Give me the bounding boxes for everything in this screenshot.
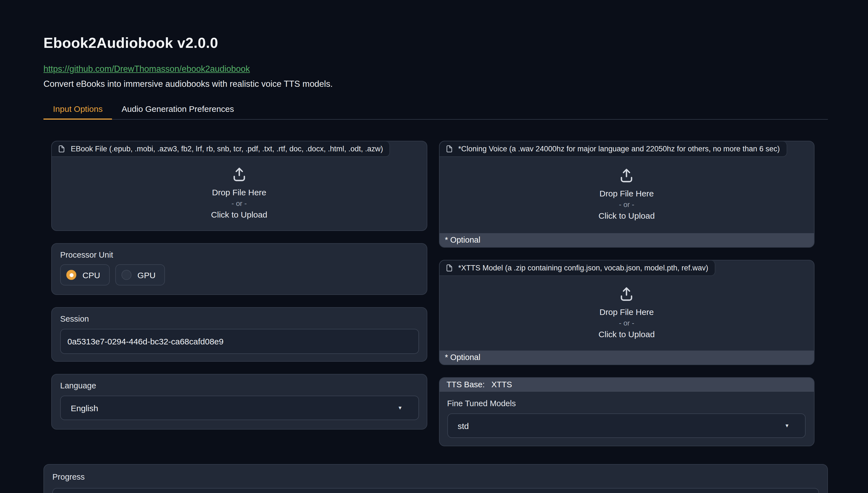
upload-icon xyxy=(619,286,635,302)
processor-radio-group: CPU GPU xyxy=(60,264,419,285)
app-description: Convert eBooks into immersive audiobooks… xyxy=(43,79,828,89)
file-icon xyxy=(445,264,453,272)
tab-audio-generation-preferences[interactable]: Audio Generation Preferences xyxy=(112,101,243,119)
or-text: - or - xyxy=(619,319,634,327)
right-column: *Cloning Voice (a .wav 24000hz for major… xyxy=(439,141,814,446)
ebook-upload-label: EBook File (.epub, .mobi, .azw3, fb2, lr… xyxy=(52,141,390,157)
github-link[interactable]: https://github.com/DrewThomasson/ebook2a… xyxy=(43,64,250,73)
tts-base-label: TTS Base: xyxy=(446,380,485,389)
xtts-model-dropzone[interactable]: Drop File Here - or - Click to Upload xyxy=(439,276,814,350)
optional-footer: * Optional xyxy=(439,350,814,364)
cloning-voice-dropzone[interactable]: Drop File Here - or - Click to Upload xyxy=(439,157,814,233)
ebook-upload-dropzone[interactable]: Drop File Here - or - Click to Upload xyxy=(52,157,426,230)
tts-base-card: TTS Base: XTTS Fine Tuned Models std ▼ xyxy=(439,377,814,446)
progress-label: Progress xyxy=(53,472,819,481)
radio-selected-icon xyxy=(66,270,76,280)
radio-unselected-icon xyxy=(121,270,131,280)
radio-gpu[interactable]: GPU xyxy=(115,264,165,285)
optional-footer: * Optional xyxy=(439,233,814,247)
ebook-upload-card: EBook File (.epub, .mobi, .azw3, fb2, lr… xyxy=(51,141,427,231)
or-text: - or - xyxy=(231,199,247,207)
fine-tuned-models-dropdown[interactable]: std ▼ xyxy=(447,413,806,438)
click-to-upload-text: Click to Upload xyxy=(211,210,267,219)
language-label: Language xyxy=(60,381,419,390)
file-icon xyxy=(57,145,66,153)
tab-bar: Input Options Audio Generation Preferenc… xyxy=(43,101,828,120)
chevron-down-icon: ▼ xyxy=(784,423,789,428)
ebook-upload-label-text: EBook File (.epub, .mobi, .azw3, fb2, lr… xyxy=(71,145,383,153)
page-title: Ebook2Audiobook v2.0.0 xyxy=(43,35,828,52)
language-card: Language English ▼ xyxy=(51,374,427,430)
cloning-voice-upload-card: *Cloning Voice (a .wav 24000hz for major… xyxy=(439,141,814,248)
drop-file-text: Drop File Here xyxy=(600,189,654,198)
upload-icon xyxy=(231,166,247,182)
language-dropdown[interactable]: English ▼ xyxy=(60,395,419,420)
file-icon xyxy=(445,145,453,153)
radio-gpu-label: GPU xyxy=(137,270,156,280)
xtts-model-label-text: *XTTS Model (a .zip containing config.js… xyxy=(458,264,708,272)
tab-input-options[interactable]: Input Options xyxy=(43,101,112,120)
session-input[interactable] xyxy=(60,329,419,354)
cloning-voice-label-text: *Cloning Voice (a .wav 24000hz for major… xyxy=(458,145,780,153)
upload-icon xyxy=(619,168,635,184)
processor-unit-label: Processor Unit xyxy=(60,251,419,259)
processor-unit-card: Processor Unit CPU GPU xyxy=(51,243,427,295)
fine-tuned-models-label: Fine Tuned Models xyxy=(447,399,806,408)
cloning-voice-label: *Cloning Voice (a .wav 24000hz for major… xyxy=(439,141,787,157)
left-column: EBook File (.epub, .mobi, .azw3, fb2, lr… xyxy=(51,141,427,446)
or-text: - or - xyxy=(619,200,634,209)
click-to-upload-text: Click to Upload xyxy=(599,211,655,220)
radio-cpu-label: CPU xyxy=(82,270,100,280)
click-to-upload-text: Click to Upload xyxy=(599,329,655,339)
language-selected-value: English xyxy=(71,403,98,413)
session-label: Session xyxy=(60,314,419,323)
chevron-down-icon: ▼ xyxy=(398,405,403,410)
session-card: Session xyxy=(51,307,427,362)
app-page: Ebook2Audiobook v2.0.0 https://github.co… xyxy=(0,0,868,493)
tab-panel-input-options: EBook File (.epub, .mobi, .azw3, fb2, lr… xyxy=(51,141,814,446)
tts-base-value: XTTS xyxy=(491,380,512,389)
tts-base-header: TTS Base: XTTS xyxy=(439,378,814,392)
drop-file-text: Drop File Here xyxy=(600,307,654,316)
fine-tuned-models-selected-value: std xyxy=(458,421,469,430)
progress-output-box[interactable] xyxy=(53,488,819,493)
drop-file-text: Drop File Here xyxy=(212,187,266,197)
xtts-model-label: *XTTS Model (a .zip containing config.js… xyxy=(439,260,715,276)
progress-card: Progress xyxy=(43,464,828,493)
xtts-model-upload-card: *XTTS Model (a .zip containing config.js… xyxy=(439,260,814,365)
radio-cpu[interactable]: CPU xyxy=(60,264,109,285)
